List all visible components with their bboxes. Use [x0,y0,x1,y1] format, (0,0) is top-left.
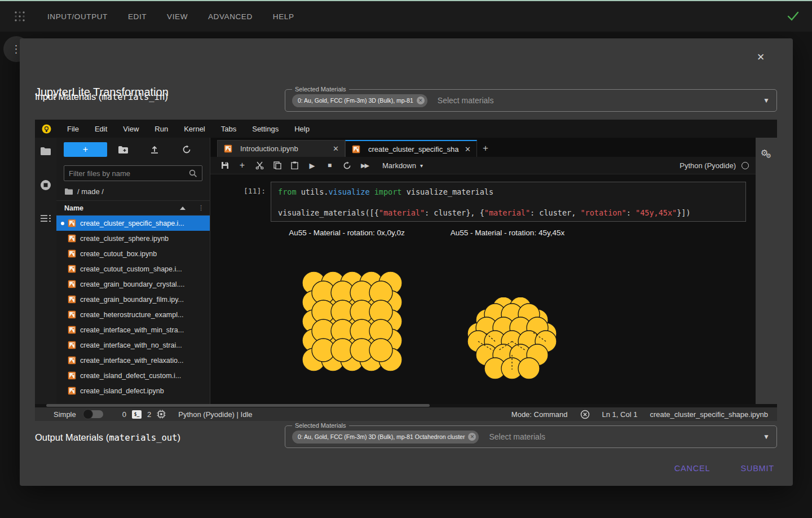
topbar-menu-input-output[interactable]: INPUT/OUTPUT [41,9,114,24]
lab-menu-edit[interactable]: Edit [87,122,115,136]
running-sessions-icon[interactable] [40,179,51,191]
jupyterlite-transformation-dialog: JupyterLite Transformation ✕ Input Mater… [20,38,793,486]
terminal-icon[interactable]: $_ [132,410,142,419]
add-tab-icon[interactable]: + [477,140,494,157]
kernel-indicator: Python (Pyodide) [679,161,749,170]
cursor-position[interactable]: Ln 1, Col 1 [602,410,638,419]
file-browser-icon[interactable] [40,147,51,156]
tab-create-cluster-specific-shape[interactable]: create_cluster_specific_sha ✕ [345,140,477,157]
kernel-status-text[interactable]: Python (Pyodide) | Idle [178,410,252,419]
settings-gears-icon[interactable]: ⚙ ⚙ [761,148,768,158]
lab-menu-view[interactable]: View [115,122,147,136]
kernel-chip-icon[interactable] [157,410,166,419]
file-filter-input[interactable] [69,169,189,178]
breadcrumb[interactable]: / made / [56,181,210,200]
command-mode-label[interactable]: Mode: Command [511,410,568,419]
output-materials-select[interactable]: Selected Materials 0: Au, Gold, FCC (Fm-… [285,425,777,448]
lab-menu-run[interactable]: Run [147,122,176,136]
app-logo-dots-icon[interactable] [14,10,26,23]
close-tab-icon[interactable]: ✕ [333,144,339,153]
file-row[interactable]: create_interface_with_no_strai... [56,337,210,353]
dropdown-caret-icon[interactable]: ▼ [763,96,770,104]
tab-introduction[interactable]: Introduction.ipynb ✕ [217,140,345,157]
close-tab-icon[interactable]: ✕ [465,145,471,153]
close-dialog-icon[interactable]: ✕ [753,50,768,64]
chip-remove-icon[interactable]: ✕ [468,433,476,441]
topbar-menu-advanced[interactable]: ADVANCED [201,9,259,24]
kernel-name[interactable]: Python (Pyodide) [679,161,736,170]
kernel-count[interactable]: 2 [147,410,151,419]
terminal-count[interactable]: 0 [122,410,126,419]
submit-button[interactable]: SUBMIT [738,459,776,477]
kernel-status-icon[interactable] [742,162,749,169]
topbar-menu-edit[interactable]: EDIT [121,9,153,24]
file-row[interactable]: create_heterostructure_exampl... [56,307,210,322]
file-row[interactable]: create_grain_boundary_film.ipy... [56,292,210,307]
simple-mode-toggle[interactable] [84,410,103,418]
search-icon [189,169,197,178]
topbar-menu-view[interactable]: VIEW [160,9,195,24]
input-materials-select[interactable]: Selected Materials 0: Au, Gold, FCC (Fm-… [285,89,777,112]
save-icon[interactable] [217,159,232,172]
new-folder-icon[interactable] [107,146,139,154]
dropdown-caret-icon[interactable]: ▼ [763,433,770,441]
file-row[interactable]: create_interface_with_relaxatio... [56,353,210,368]
simple-mode-label: Simple [54,410,76,419]
output-material-chip[interactable]: 0: Au, Gold, FCC (Fm-3m) 3D (Bulk), mp-8… [292,431,479,444]
file-list: create_cluster_specific_shape.i...create… [56,216,210,398]
add-cell-icon[interactable]: + [235,159,250,172]
restart-kernel-icon[interactable] [339,159,355,172]
file-row[interactable]: create_cluster_sphere.ipynb [56,231,210,246]
stop-kernel-icon[interactable]: ■ [322,159,337,172]
cell-type-dropdown[interactable]: Markdown ▾ [382,161,423,170]
file-row[interactable]: create_cutout_custom_shape.i... [56,261,210,276]
input-materials-label: Input Materials (materials_in) [35,91,168,102]
tab-label: create_cluster_specific_sha [368,145,461,153]
refresh-icon[interactable] [171,145,202,154]
file-list-header[interactable]: Name ⋮ [56,200,210,216]
notebook-icon [224,144,232,153]
notebook-panel: Introduction.ipynb ✕ create_cluster_spec… [210,138,756,404]
table-of-contents-icon[interactable] [41,214,51,222]
file-row[interactable]: create_cluster_specific_shape.i... [56,216,210,231]
status-right: Mode: Command Ln 1, Col 1 create_cluster… [511,410,768,419]
cluster-visualization-front[interactable] [302,271,403,372]
cut-cell-icon[interactable] [252,159,267,172]
lab-menu-help[interactable]: Help [286,122,317,136]
lab-status-bar: Simple 0 $_ 2 Python (Pyodide) | Idle Mo… [35,407,777,421]
chip-remove-icon[interactable]: ✕ [417,96,425,104]
lab-menu-items: FileEditViewRunKernelTabsSettingsHelp [59,122,317,136]
notebook-content[interactable]: [11]: from utils.visualize import visual… [210,174,756,404]
lab-menu-settings[interactable]: Settings [244,122,286,136]
input-material-chip[interactable]: 0: Au, Gold, FCC (Fm-3m) 3D (Bulk), mp-8… [292,94,427,107]
lab-menu-tabs[interactable]: Tabs [213,122,244,136]
notebook-icon [68,310,76,319]
cluster-visualization-rotated[interactable] [462,297,563,382]
run-cell-icon[interactable]: ▶ [304,159,320,172]
column-menu-dots-icon[interactable]: ⋮ [198,204,204,212]
file-row[interactable]: create_grain_boundary_crystal.... [56,276,210,292]
notebook-toolbar: + ▶ ■ [210,157,756,174]
restart-run-all-icon[interactable]: ▶▶ [357,159,372,172]
cancel-button[interactable]: CANCEL [672,459,713,477]
topbar-menu-help[interactable]: HELP [266,9,301,24]
trust-shield-icon[interactable] [580,410,590,419]
upload-icon[interactable] [139,145,170,154]
paste-cell-icon[interactable] [287,159,302,172]
file-name: create_grain_boundary_film.ipy... [80,296,184,304]
breadcrumb-path: / made / [77,187,104,196]
file-row[interactable]: create_interface_with_min_stra... [56,322,210,337]
copy-cell-icon[interactable] [270,159,285,172]
file-row[interactable]: create_island_defect_custom.i... [56,368,210,383]
notebook-icon [352,145,360,153]
file-name: create_cluster_specific_shape.i... [80,220,184,227]
code-cell[interactable]: from utils.visualize import visualize_ma… [271,182,746,222]
horizontal-scrollbar[interactable] [46,404,430,407]
lab-left-sidebar [35,138,56,404]
file-row[interactable]: create_island_defect.ipynb [56,383,210,398]
lab-menu-file[interactable]: File [59,122,87,136]
file-row[interactable]: create_cutout_box.ipynb [56,246,210,261]
lab-menu-kernel[interactable]: Kernel [176,122,213,136]
new-launcher-button[interactable]: + [64,142,107,157]
file-name: create_cluster_sphere.ipynb [80,235,169,243]
